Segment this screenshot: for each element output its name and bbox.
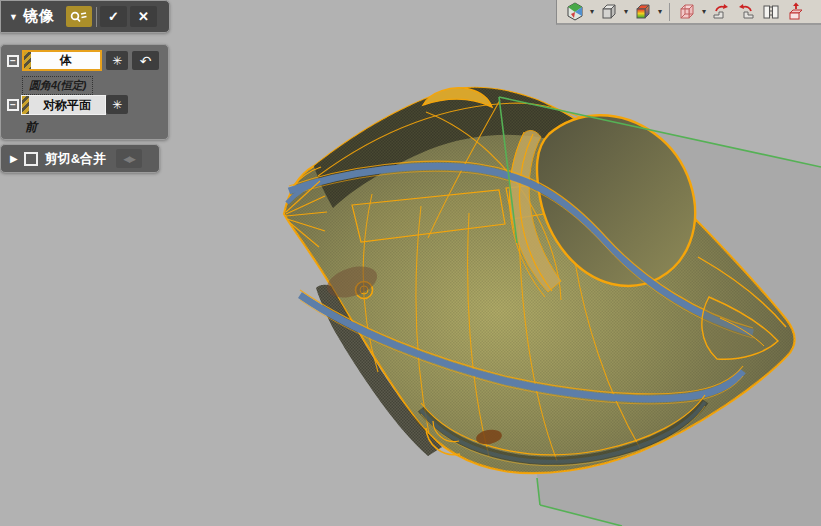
cut-merge-label: 剪切&合并 [45,150,106,168]
split-panes-icon [761,2,781,22]
body-field-label: 体 [53,52,72,69]
body-selection-field[interactable]: 体 [22,50,102,71]
shaded-sphere-icon [565,2,585,22]
plane-field-label: 对称平面 [36,97,91,114]
env-map-view-dropdown[interactable]: ▾ [656,1,664,22]
reset-view-button[interactable] [784,1,808,22]
shaded-view-button[interactable] [563,1,587,22]
undo-selection-button[interactable]: ↶ [132,51,159,70]
collapse-dialog-icon[interactable]: ▼ [9,12,18,22]
field-stripe-icon [22,96,29,114]
mirror-dialog-body: − 体 ✳ ↶ 圆角4(恒定) − 对称平面 ✳ 前 [0,44,169,140]
plane-selection-field[interactable]: 对称平面 [21,95,106,115]
cancel-button[interactable]: ✕ [130,6,157,27]
swap-sides-button[interactable]: ◀▶ [116,149,142,168]
toolbar-separator [669,3,670,21]
pink-cube-icon [677,2,697,22]
ghosted-view-button[interactable] [675,1,699,22]
dialog-title: 镜像 [23,7,55,26]
lift-box-icon [786,2,806,22]
cut-merge-section: ▶ 剪切&合并 ◀▶ [0,144,160,173]
field-stripe-icon [24,52,31,69]
selected-plane-item[interactable]: 前 [25,119,37,136]
mirror-dialog-titlebar: ▼ 镜像 ✓ ✕ [0,0,170,33]
magnifier-list-icon [70,10,88,24]
collapse-plane-section-icon[interactable]: − [7,99,19,111]
expand-cut-merge-icon[interactable]: ▶ [10,153,18,164]
body-reselect-button[interactable]: ✳ [106,51,128,70]
split-view-button[interactable] [759,1,783,22]
rainbow-cube-icon [633,2,653,22]
titlebar-separator [96,7,97,27]
gray-cube-icon [599,2,619,22]
rotate-left-icon [711,2,731,22]
view-toolbar: ▾ ▾ ▾ [556,0,821,25]
shaded-view-dropdown[interactable]: ▾ [588,1,596,22]
wireframe-view-dropdown[interactable]: ▾ [622,1,630,22]
rotate-view-left-button[interactable] [709,1,733,22]
plane-reselect-button[interactable]: ✳ [106,95,128,114]
ghosted-view-dropdown[interactable]: ▾ [700,1,708,22]
rotate-view-right-button[interactable] [734,1,758,22]
selected-body-item[interactable]: 圆角4(恒定) [22,76,93,95]
collapse-body-section-icon[interactable]: − [7,55,19,67]
rotate-right-icon [736,2,756,22]
env-map-view-button[interactable] [631,1,655,22]
selection-options-button[interactable] [66,6,92,27]
cut-merge-checkbox[interactable] [24,152,38,166]
wireframe-view-button[interactable] [597,1,621,22]
confirm-button[interactable]: ✓ [100,6,127,27]
